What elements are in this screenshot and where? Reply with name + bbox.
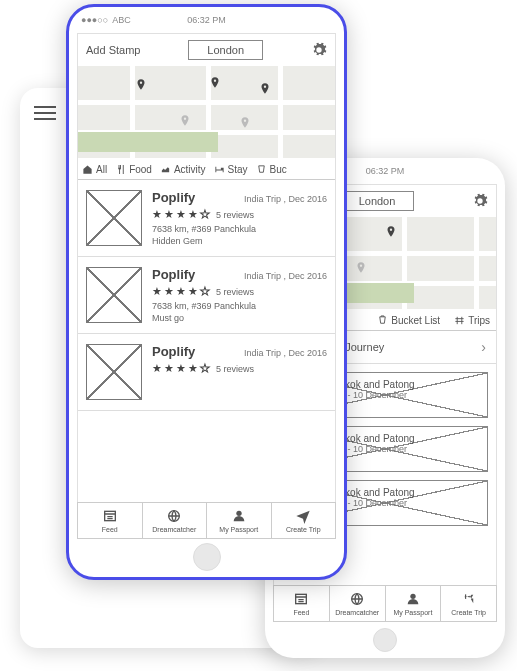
map-pin-icon[interactable] xyxy=(258,80,272,94)
status-time: 06:32 PM xyxy=(187,15,226,25)
item-tag: Hidden Gem xyxy=(152,236,327,246)
home-button[interactable] xyxy=(193,543,221,571)
map-pin-icon xyxy=(354,259,368,273)
rating-stars: ★★★★★5 reviews xyxy=(152,208,327,221)
bottom-nav: Feed Dreamcatcher My Passport Create Tri… xyxy=(273,585,497,622)
tab-trips[interactable]: Trips xyxy=(454,315,490,326)
nav-passport[interactable]: My Passport xyxy=(386,586,442,621)
item-title: Poplify xyxy=(152,344,195,359)
nav-create-trip[interactable]: Create Trip xyxy=(272,503,336,538)
nav-dreamcatcher[interactable]: Dreamcatcher xyxy=(330,586,386,621)
item-tag: Must go xyxy=(152,313,327,323)
screen: Add Stamp London All Food Activity Stay … xyxy=(77,33,336,533)
nav-dreamcatcher[interactable]: Dreamcatcher xyxy=(143,503,208,538)
item-title: Poplify xyxy=(152,267,195,282)
category-tabs: All Food Activity Stay Buc xyxy=(78,158,335,180)
header: Add Stamp London xyxy=(78,34,335,66)
nav-passport[interactable]: My Passport xyxy=(207,503,272,538)
thumbnail-placeholder xyxy=(86,344,142,400)
city-selector[interactable]: London xyxy=(340,191,415,211)
gear-icon[interactable] xyxy=(472,193,488,209)
add-stamp-label[interactable]: Add Stamp xyxy=(86,44,140,56)
map-pin-icon xyxy=(238,114,252,128)
tab-activity[interactable]: Activity xyxy=(160,164,206,175)
gear-icon[interactable] xyxy=(311,42,327,58)
map-pin-icon[interactable] xyxy=(384,223,398,237)
hamburger-icon[interactable] xyxy=(34,102,56,124)
rating-stars: ★★★★★5 reviews xyxy=(152,285,327,298)
list-item[interactable]: PoplifyIndia Trip , Dec 2016 ★★★★★5 revi… xyxy=(78,257,335,334)
map-pin-icon[interactable] xyxy=(134,76,148,90)
svg-point-5 xyxy=(236,511,241,516)
bottom-nav: Feed Dreamcatcher My Passport Create Tri… xyxy=(77,502,336,539)
item-address: 7638 km, #369 Panchkula xyxy=(152,301,327,311)
tab-food[interactable]: Food xyxy=(115,164,152,175)
tab-all[interactable]: All xyxy=(82,164,107,175)
item-meta: India Trip , Dec 2016 xyxy=(244,348,327,358)
nav-feed[interactable]: Feed xyxy=(274,586,330,621)
list-item[interactable]: PoplifyIndia Trip , Dec 2016 ★★★★★5 revi… xyxy=(78,334,335,411)
map-pin-icon[interactable] xyxy=(208,74,222,88)
item-meta: India Trip , Dec 2016 xyxy=(244,194,327,204)
tab-bucket-list[interactable]: Bucket List xyxy=(377,315,440,326)
rating-stars: ★★★★★5 reviews xyxy=(152,362,327,375)
item-address: 7638 km, #369 Panchkula xyxy=(152,224,327,234)
thumbnail-placeholder xyxy=(86,267,142,323)
phone-feed: ●●●○○ABC 06:32 PM Add Stamp London All F… xyxy=(66,4,347,580)
thumbnail-placeholder xyxy=(86,190,142,246)
nav-feed[interactable]: Feed xyxy=(78,503,143,538)
map-pin-icon xyxy=(178,112,192,126)
item-meta: India Trip , Dec 2016 xyxy=(244,271,327,281)
list-item[interactable]: PoplifyIndia Trip , Dec 2016 ★★★★★5 revi… xyxy=(78,180,335,257)
results-list: PoplifyIndia Trip , Dec 2016 ★★★★★5 revi… xyxy=(78,180,335,411)
status-bar: ●●●○○ABC 06:32 PM xyxy=(69,7,344,33)
tab-stay[interactable]: Stay xyxy=(214,164,248,175)
city-selector[interactable]: London xyxy=(188,40,263,60)
map[interactable] xyxy=(78,66,335,158)
svg-point-2 xyxy=(410,594,415,599)
item-title: Poplify xyxy=(152,190,195,205)
chevron-right-icon: › xyxy=(481,339,486,355)
status-time: 06:32 PM xyxy=(366,166,405,176)
nav-create-trip[interactable]: Create Trip xyxy=(441,586,496,621)
tab-bucket[interactable]: Buc xyxy=(256,164,287,175)
home-button[interactable] xyxy=(373,628,397,652)
